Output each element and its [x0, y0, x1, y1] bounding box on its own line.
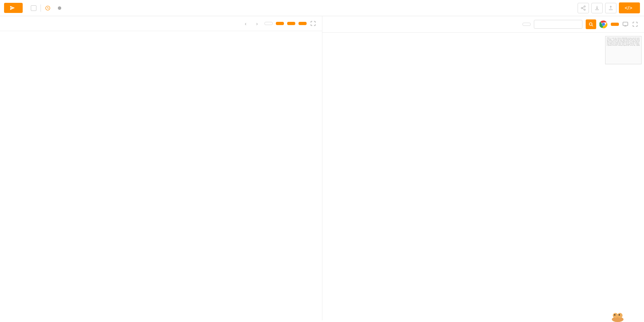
svg-point-4: [584, 9, 586, 11]
chrome-icon[interactable]: [599, 20, 608, 28]
mascot-icon: [608, 309, 628, 320]
svg-point-2: [584, 6, 586, 7]
export-button[interactable]: [591, 3, 603, 13]
search-input[interactable]: [534, 20, 582, 29]
code-icon: </>: [625, 5, 632, 11]
search-button[interactable]: [586, 19, 596, 29]
nav-next[interactable]: ›: [253, 19, 261, 28]
expand-icon[interactable]: [310, 20, 316, 27]
svg-point-13: [618, 314, 620, 316]
response-header: [322, 16, 644, 33]
svg-point-1: [58, 6, 61, 9]
search-icon: [589, 22, 594, 27]
expand-icon[interactable]: [632, 21, 638, 28]
send-request-button[interactable]: [4, 3, 23, 13]
comment-icon[interactable]: [622, 21, 629, 28]
send-icon: [10, 5, 15, 11]
import-icon: [608, 5, 614, 11]
response-panel: HTTP/1.1 200 Set-Cookie JSESSIONID Acces…: [322, 16, 644, 320]
share-icon: [580, 5, 586, 11]
import-button[interactable]: [605, 3, 616, 13]
top-toolbar: </>: [0, 0, 644, 16]
request-header: ‹ ›: [0, 16, 322, 31]
response-beautify-button[interactable]: [522, 23, 531, 26]
yaml-template-button[interactable]: </>: [619, 2, 640, 13]
brute-example-link[interactable]: [56, 6, 62, 10]
svg-point-5: [589, 23, 592, 25]
request-panel: ‹ ›: [0, 16, 322, 320]
request-editor[interactable]: [0, 31, 322, 320]
clock-icon: [45, 5, 51, 11]
svg-point-11: [617, 313, 623, 318]
response-editor[interactable]: HTTP/1.1 200 Set-Cookie JSESSIONID Acces…: [322, 33, 644, 320]
history-link[interactable]: [45, 5, 52, 11]
minimap[interactable]: HTTP/1.1 200 Set-Cookie JSESSIONID Acces…: [605, 36, 642, 64]
divider: [41, 4, 41, 12]
svg-point-3: [581, 7, 583, 9]
scan-button[interactable]: [264, 22, 273, 25]
details-button[interactable]: [611, 23, 619, 26]
toolbar-right: </>: [578, 2, 640, 13]
beautify-button[interactable]: [276, 22, 284, 25]
build-request-button[interactable]: [299, 22, 307, 25]
svg-point-7: [602, 23, 605, 26]
panels: ‹ › HTTP/1.1 200 Set-Cookie JSESSIONID A…: [0, 16, 644, 320]
export-icon: [594, 5, 600, 11]
share-button[interactable]: [578, 3, 589, 13]
nav-prev[interactable]: ‹: [242, 19, 250, 28]
hotload-button[interactable]: [287, 22, 295, 25]
info-icon: [58, 6, 62, 10]
svg-rect-8: [623, 22, 628, 26]
svg-point-10: [613, 313, 618, 318]
svg-point-12: [614, 314, 615, 316]
force-https-checkbox[interactable]: [31, 5, 36, 11]
